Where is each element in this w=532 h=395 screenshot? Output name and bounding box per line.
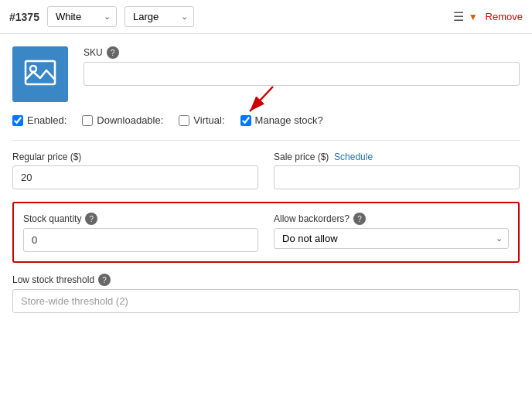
enabled-checkbox[interactable] bbox=[12, 115, 23, 126]
regular-price-col: Regular price ($) bbox=[12, 152, 258, 189]
regular-price-input[interactable] bbox=[12, 165, 258, 189]
regular-price-label: Regular price ($) bbox=[12, 152, 258, 162]
low-stock-input[interactable] bbox=[12, 289, 520, 313]
color-select-wrap[interactable]: White Black Red Blue Green ⌄ bbox=[47, 6, 117, 27]
variant-image[interactable] bbox=[12, 46, 68, 102]
sku-help-icon[interactable]: ? bbox=[107, 46, 119, 59]
size-select-wrap[interactable]: Small Medium Large XL XXL ⌄ bbox=[124, 6, 194, 27]
variant-header: #1375 White Black Red Blue Green ⌄ Small… bbox=[0, 0, 532, 34]
dropdown-icon[interactable]: ▼ bbox=[469, 12, 478, 22]
section-divider bbox=[12, 140, 520, 141]
allow-backorders-help-icon[interactable]: ? bbox=[353, 213, 366, 225]
stock-row: Stock quantity ? Allow backorders? ? Do … bbox=[23, 213, 509, 252]
variant-content: SKU ? Enabled: Downloadable: Virtual: bbox=[0, 34, 532, 322]
allow-backorders-select[interactable]: Do not allow Allow, but notify customer … bbox=[274, 228, 509, 249]
svg-rect-0 bbox=[26, 61, 55, 84]
stock-quantity-help-icon[interactable]: ? bbox=[85, 213, 97, 225]
stock-quantity-input[interactable] bbox=[23, 228, 258, 252]
sku-section: SKU ? bbox=[84, 46, 520, 102]
sku-input[interactable] bbox=[84, 62, 520, 86]
sale-price-col: Sale price ($) Schedule bbox=[274, 152, 520, 189]
allow-backorders-select-wrap[interactable]: Do not allow Allow, but notify customer … bbox=[274, 228, 509, 249]
virtual-checkbox[interactable] bbox=[179, 115, 189, 126]
checkboxes-row: Enabled: Downloadable: Virtual: bbox=[12, 114, 520, 126]
top-section: SKU ? bbox=[12, 46, 520, 102]
low-stock-help-icon[interactable]: ? bbox=[98, 274, 111, 286]
image-placeholder-icon bbox=[23, 56, 57, 93]
allow-backorders-col: Allow backorders? ? Do not allow Allow, … bbox=[274, 213, 509, 252]
item-number: #1375 bbox=[9, 11, 39, 23]
low-stock-section: Low stock threshold ? bbox=[12, 274, 520, 313]
price-row: Regular price ($) Sale price ($) Schedul… bbox=[12, 152, 520, 189]
size-select[interactable]: Small Medium Large XL XXL bbox=[124, 6, 194, 27]
sku-label: SKU ? bbox=[84, 46, 520, 59]
color-select[interactable]: White Black Red Blue Green bbox=[47, 6, 117, 27]
stock-quantity-col: Stock quantity ? bbox=[23, 213, 258, 252]
stock-quantity-label: Stock quantity ? bbox=[23, 213, 258, 225]
menu-icon[interactable]: ☰ bbox=[453, 9, 464, 24]
virtual-checkbox-label[interactable]: Virtual: bbox=[179, 114, 224, 126]
stock-backorders-section: Stock quantity ? Allow backorders? ? Do … bbox=[12, 202, 520, 263]
remove-button[interactable]: Remove bbox=[486, 11, 523, 22]
sale-price-label: Sale price ($) Schedule bbox=[274, 152, 520, 162]
allow-backorders-label: Allow backorders? ? bbox=[274, 213, 509, 225]
sale-price-input[interactable] bbox=[274, 165, 520, 189]
downloadable-checkbox-label[interactable]: Downloadable: bbox=[82, 114, 163, 126]
schedule-link[interactable]: Schedule bbox=[334, 152, 373, 162]
manage-stock-checkbox-label[interactable]: Manage stock? bbox=[240, 114, 323, 126]
manage-stock-checkbox[interactable] bbox=[240, 115, 251, 126]
enabled-checkbox-label[interactable]: Enabled: bbox=[12, 114, 66, 126]
downloadable-checkbox[interactable] bbox=[82, 115, 93, 126]
low-stock-label: Low stock threshold ? bbox=[12, 274, 520, 286]
header-icons: ☰ ▼ bbox=[453, 9, 478, 24]
